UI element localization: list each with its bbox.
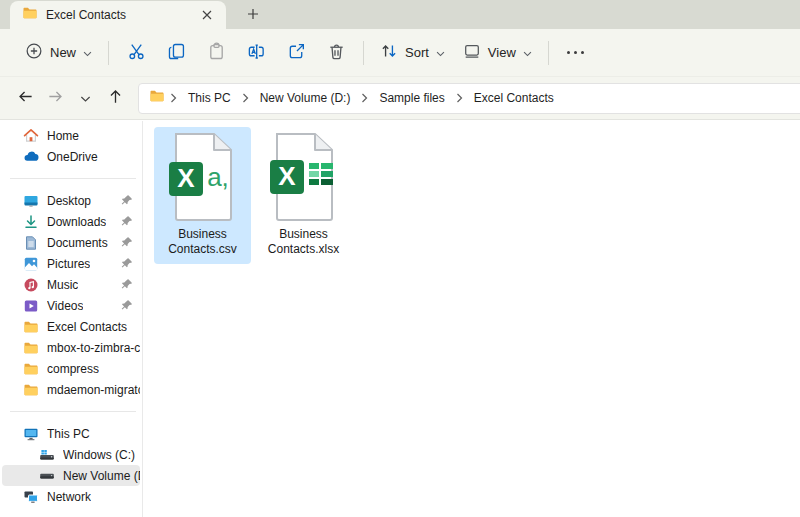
- paste-button[interactable]: [196, 35, 236, 71]
- music-icon: [23, 277, 39, 293]
- navigation-pane: Home OneDrive Desktop: [0, 121, 143, 517]
- file-list-area[interactable]: X a, Business Contacts.csv X: [143, 121, 800, 517]
- sidebar-item-label: OneDrive: [47, 150, 98, 164]
- sidebar-item-windows-c[interactable]: Windows (C:): [2, 444, 140, 465]
- sidebar-divider: [10, 411, 136, 412]
- explorer-tab[interactable]: Excel Contacts: [10, 1, 226, 29]
- toolbar-separator: [548, 41, 549, 65]
- csv-excel-file-icon: X a,: [156, 132, 249, 222]
- folder-icon: [23, 319, 39, 335]
- sort-icon: [380, 42, 398, 63]
- chevron-right-icon: [241, 93, 250, 103]
- copy-button[interactable]: [156, 35, 196, 71]
- trash-icon: [327, 42, 346, 64]
- arrow-up-icon: [107, 88, 124, 108]
- new-tab-button[interactable]: [240, 3, 266, 27]
- sidebar-item-label: Home: [47, 129, 79, 143]
- sort-button[interactable]: Sort: [371, 35, 454, 70]
- tab-title: Excel Contacts: [46, 8, 188, 22]
- title-bar: Excel Contacts: [0, 0, 800, 29]
- folder-icon: [149, 88, 165, 108]
- pin-icon: [120, 278, 133, 294]
- sidebar-item-mdaemon-migrator[interactable]: mdaemon-migrator: [2, 379, 140, 400]
- xlsx-excel-file-icon: X: [257, 132, 350, 222]
- sidebar-item-onedrive[interactable]: OneDrive: [2, 146, 140, 167]
- view-button-label: View: [488, 45, 516, 60]
- rename-button[interactable]: [236, 35, 276, 71]
- pictures-icon: [23, 256, 39, 272]
- pin-icon: [120, 236, 133, 252]
- sidebar-item-label: Documents: [47, 236, 108, 250]
- pin-icon: [120, 257, 133, 273]
- sidebar-item-desktop[interactable]: Desktop: [2, 190, 140, 211]
- sidebar-item-label: Excel Contacts: [47, 320, 127, 334]
- chevron-down-icon: [83, 45, 92, 60]
- drive-icon: [39, 468, 55, 484]
- breadcrumb-new-volume-d[interactable]: New Volume (D:): [254, 88, 357, 108]
- close-icon: [202, 8, 212, 23]
- address-breadcrumb-bar[interactable]: This PC New Volume (D:) Sample files Exc…: [138, 83, 800, 114]
- pin-icon: [120, 215, 133, 231]
- view-icon: [463, 42, 481, 63]
- svg-text:X: X: [278, 161, 296, 191]
- sidebar-item-new-volume-d[interactable]: New Volume (D:): [2, 465, 140, 486]
- clipboard-icon: [207, 42, 226, 64]
- chevron-down-icon: [436, 45, 445, 60]
- folder-icon: [22, 5, 38, 25]
- breadcrumb-this-pc[interactable]: This PC: [182, 88, 237, 108]
- up-button[interactable]: [100, 83, 130, 113]
- sidebar-item-label: Videos: [47, 299, 83, 313]
- sidebar-item-videos[interactable]: Videos: [2, 295, 140, 316]
- back-button[interactable]: [10, 83, 40, 113]
- new-button[interactable]: New: [16, 35, 101, 70]
- file-business-contacts-xlsx[interactable]: X Business Contacts.xlsx: [255, 127, 352, 264]
- command-toolbar: New: [0, 29, 800, 77]
- recent-locations-button[interactable]: [70, 83, 100, 113]
- sidebar-item-compress[interactable]: compress: [2, 358, 140, 379]
- folder-icon: [23, 340, 39, 356]
- toolbar-separator: [363, 41, 364, 65]
- chevron-right-icon: [455, 93, 464, 103]
- more-options-button[interactable]: [556, 35, 596, 71]
- address-bar-row: This PC New Volume (D:) Sample files Exc…: [0, 77, 800, 120]
- chevron-down-icon: [80, 91, 91, 106]
- sidebar-item-label: compress: [47, 362, 99, 376]
- chevron-right-icon: [360, 93, 369, 103]
- scissors-icon: [127, 42, 146, 64]
- sidebar-item-music[interactable]: Music: [2, 274, 140, 295]
- downloads-icon: [23, 214, 39, 230]
- pin-icon: [120, 194, 133, 210]
- sidebar-item-label: Desktop: [47, 194, 91, 208]
- share-button[interactable]: [276, 35, 316, 71]
- rename-icon: [247, 42, 266, 64]
- sidebar-item-label: New Volume (D:): [63, 469, 140, 483]
- file-business-contacts-csv[interactable]: X a, Business Contacts.csv: [154, 127, 251, 264]
- documents-icon: [23, 235, 39, 251]
- sidebar-item-network[interactable]: Network: [2, 486, 140, 507]
- sidebar-item-home[interactable]: Home: [2, 125, 140, 146]
- sidebar-item-downloads[interactable]: Downloads: [2, 211, 140, 232]
- delete-button[interactable]: [316, 35, 356, 71]
- plus-circle-icon: [25, 42, 43, 63]
- file-name: Business Contacts.xlsx: [257, 227, 350, 257]
- tab-close-button[interactable]: [196, 4, 218, 26]
- sidebar-item-this-pc[interactable]: This PC: [2, 423, 140, 444]
- cut-button[interactable]: [116, 35, 156, 71]
- sidebar-item-excel-contacts[interactable]: Excel Contacts: [2, 316, 140, 337]
- svg-text:X: X: [177, 163, 195, 193]
- sidebar-divider: [10, 178, 136, 179]
- sidebar-item-label: Pictures: [47, 257, 90, 271]
- sidebar-item-documents[interactable]: Documents: [2, 232, 140, 253]
- chevron-right-icon: [169, 93, 178, 103]
- sidebar-item-pictures[interactable]: Pictures: [2, 253, 140, 274]
- sidebar-item-label: Windows (C:): [63, 448, 135, 462]
- svg-text:a,: a,: [207, 162, 229, 192]
- breadcrumb-sample-files[interactable]: Sample files: [373, 88, 450, 108]
- breadcrumb-excel-contacts[interactable]: Excel Contacts: [468, 88, 560, 108]
- forward-button[interactable]: [40, 83, 70, 113]
- view-button[interactable]: View: [454, 35, 541, 70]
- pin-icon: [120, 299, 133, 315]
- computer-icon: [23, 426, 39, 442]
- sidebar-item-mbox-to-zimbra[interactable]: mbox-to-zimbra-con: [2, 337, 140, 358]
- sidebar-item-label: Music: [47, 278, 78, 292]
